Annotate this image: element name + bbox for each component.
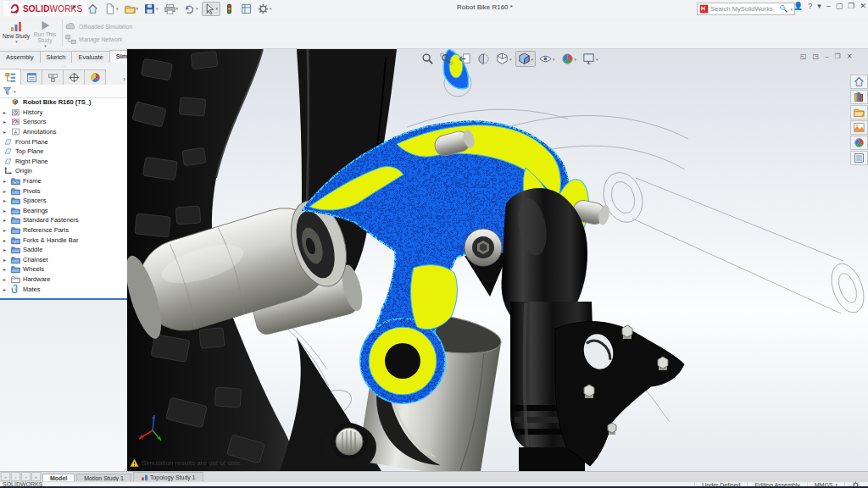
panel-more-tabs-arrow[interactable]: › (123, 75, 125, 83)
command-tab[interactable]: Evaluate (71, 51, 109, 63)
home-icon[interactable] (85, 2, 101, 16)
expand-arrow-icon[interactable]: ▸ (3, 266, 8, 272)
maximize-button[interactable]: ▢ (836, 2, 843, 10)
options-icon[interactable]: ▾ (255, 2, 275, 16)
expand-arrow-icon[interactable]: ▸ (3, 257, 8, 263)
expand-arrow-icon[interactable]: ▸ (3, 227, 8, 233)
expand-arrow-icon[interactable]: ▸ (3, 208, 8, 214)
socket-bolt[interactable] (465, 229, 502, 266)
run-study-icon (38, 19, 52, 31)
tab-nav-button[interactable]: « (1, 472, 10, 481)
tree-item[interactable]: ▸ Reference Parts (0, 225, 127, 236)
print-icon[interactable]: ▾ (162, 2, 181, 16)
view-orientation-button[interactable]: ▾ (493, 51, 515, 67)
tree-item[interactable]: ▸ Frame (0, 176, 127, 186)
design-library-icon[interactable] (850, 90, 868, 104)
tree-item[interactable]: ▸ Standard Fasteners (0, 215, 127, 225)
open-icon[interactable]: ▾ (122, 2, 142, 16)
tree-item[interactable]: ▸ Spacers (0, 196, 127, 206)
tree-item[interactable]: ▸ Mates (0, 284, 127, 294)
viewport-3d-scene[interactable] (127, 49, 868, 471)
featuremanager-tab[interactable] (0, 69, 21, 85)
doc-next-window-button[interactable]: ◳ (813, 53, 820, 60)
zoom-to-area-button[interactable] (437, 51, 455, 67)
expand-arrow-icon[interactable]: ▸ (3, 197, 8, 203)
solidworks-resources-icon[interactable] (850, 75, 868, 89)
custom-properties-icon[interactable] (850, 151, 868, 165)
edit-appearance-button[interactable]: ▾ (559, 51, 580, 67)
zoom-to-fit-button[interactable] (419, 51, 437, 67)
display-style-button[interactable]: ▾ (515, 51, 537, 67)
expand-arrow-icon[interactable]: ▸ (3, 237, 8, 243)
doc-minimize-button[interactable]: – (825, 53, 828, 60)
filter-caret-icon[interactable]: ▾ (14, 89, 16, 94)
login-button[interactable]: 👤 (793, 2, 803, 10)
expand-arrow-icon[interactable]: ▸ (3, 217, 8, 223)
new-document-icon[interactable]: ▾ (102, 2, 121, 16)
dimxpertmanager-tab[interactable] (63, 69, 85, 85)
undo-icon[interactable]: ▾ (181, 2, 201, 16)
tree-item[interactable]: ▸ Bearings (0, 206, 127, 216)
search-caret-icon[interactable]: ▾ (790, 7, 793, 12)
doc-close-button[interactable]: ✕ (847, 53, 853, 60)
rebuild-icon[interactable] (221, 2, 237, 16)
save-icon[interactable]: ▾ (142, 2, 161, 16)
manage-network-button[interactable]: Manage Network (65, 33, 132, 46)
help-button[interactable]: ? (808, 2, 812, 10)
menu-expand-arrow[interactable]: ▸ (73, 3, 76, 10)
tab-nav-button[interactable]: ‹ (11, 472, 20, 481)
tree-item[interactable]: ▸ Forks & Handle Bar (0, 235, 127, 245)
appearances-scenes-icon[interactable] (850, 136, 868, 150)
expand-arrow-icon[interactable]: ▸ (3, 109, 8, 115)
run-this-study-button[interactable]: Run This Study ▾ (31, 18, 59, 49)
tree-item[interactable]: Front Plane (0, 136, 127, 147)
new-study-caret[interactable]: ▾ (15, 39, 18, 45)
tree-item[interactable]: ▸ Chainset (0, 255, 127, 265)
new-study-button[interactable]: New Study ▾ (2, 18, 31, 49)
file-explorer-icon[interactable] (850, 105, 868, 119)
tree-item[interactable]: ▸ History (0, 108, 127, 118)
doc-previous-window-button[interactable]: ◱ (800, 53, 807, 60)
search-icon[interactable]: 🔍 (780, 5, 788, 13)
tree-root-item[interactable]: Robot Bike R160 (TS_) (0, 97, 127, 108)
command-tab[interactable]: Assembly (0, 51, 41, 63)
restore-button[interactable]: ❐ (848, 2, 854, 10)
panel-grip[interactable]: … (0, 63, 127, 69)
expand-arrow-icon[interactable]: ▸ (3, 276, 8, 282)
tree-item[interactable]: ▸ Hardware (0, 274, 127, 285)
view-settings-button[interactable]: ▾ (580, 51, 601, 67)
minimize-button[interactable]: – (826, 2, 831, 10)
configurationmanager-tab[interactable] (42, 69, 64, 85)
search-input[interactable]: Search MySolidWorks 🔍 ▾ (697, 3, 795, 15)
tab-nav-button[interactable]: › (21, 472, 31, 481)
previous-view-button[interactable] (456, 51, 474, 67)
close-button[interactable]: ✕ (860, 2, 866, 10)
expand-arrow-icon[interactable]: ▸ (3, 247, 8, 252)
view-palette-icon[interactable] (850, 120, 868, 135)
command-tab[interactable]: Sketch (40, 51, 73, 63)
expand-arrow-icon[interactable]: ▸ (3, 188, 8, 194)
propertymanager-tab[interactable] (20, 69, 42, 85)
tree-item[interactable]: ▸ Annotations (0, 127, 127, 137)
tree-item[interactable]: ▸ Wheels (0, 264, 127, 274)
section-view-button[interactable] (475, 51, 492, 67)
tree-item[interactable]: Origin (0, 166, 127, 176)
hide-show-items-button[interactable]: ▾ (537, 51, 558, 67)
expand-arrow-icon[interactable]: ▸ (3, 129, 8, 135)
expand-arrow-icon[interactable]: ▸ (3, 119, 8, 125)
displaymanager-tab[interactable] (84, 69, 106, 85)
tree-item[interactable]: ▸ Sensors (0, 117, 127, 127)
select-icon[interactable]: ▾ (202, 2, 221, 16)
help-caret[interactable]: ▾ (817, 2, 821, 10)
tab-nav-button[interactable]: » (31, 472, 41, 481)
tree-item[interactable]: ▸ Pivots (0, 186, 127, 196)
file-properties-icon[interactable] (238, 2, 254, 16)
expand-arrow-icon[interactable]: ▸ (3, 286, 8, 292)
tree-item[interactable]: ▸ Saddle (0, 245, 127, 255)
tree-item[interactable]: Top Plane (0, 147, 127, 157)
doc-restore-button[interactable]: ❐ (835, 53, 841, 60)
expand-arrow-icon[interactable]: ▸ (3, 178, 8, 184)
tree-filter-bar[interactable]: ▾ (0, 85, 130, 98)
offloaded-simulation-button[interactable]: Offloaded Simulation (65, 20, 132, 33)
tree-item[interactable]: Right Plane (0, 157, 127, 167)
